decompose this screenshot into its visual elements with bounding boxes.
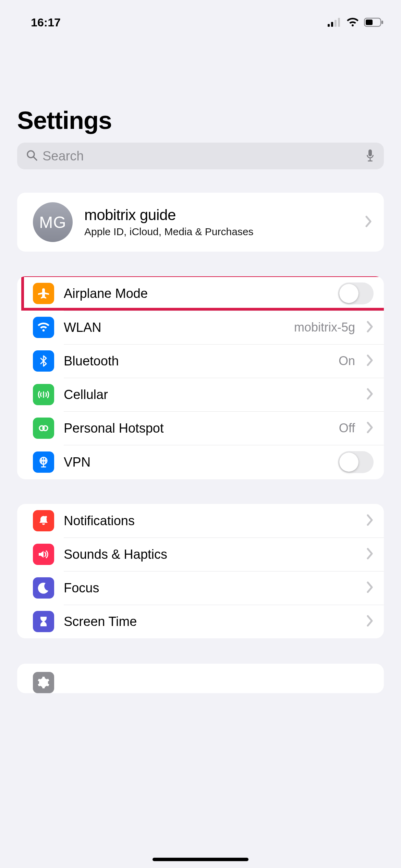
sounds-label: Sounds & Haptics <box>64 547 357 562</box>
hotspot-icon <box>33 418 54 439</box>
bluetooth-icon <box>33 350 54 372</box>
status-right <box>328 17 384 27</box>
avatar: MG <box>33 202 73 242</box>
sounds-icon <box>33 544 54 565</box>
chevron-right-icon <box>367 615 374 628</box>
notifications-row[interactable]: Notifications <box>17 504 384 538</box>
chevron-right-icon <box>367 388 374 401</box>
cellular-icon <box>33 384 54 405</box>
home-indicator[interactable] <box>153 858 248 861</box>
vpn-icon <box>33 451 54 473</box>
page-title: Settings <box>0 34 401 143</box>
general-group-partial <box>17 664 384 693</box>
focus-row[interactable]: Focus <box>17 571 384 605</box>
svg-rect-0 <box>328 24 330 27</box>
bluetooth-detail: On <box>339 354 355 368</box>
profile-name: mobitrix guide <box>84 206 354 224</box>
bluetooth-row[interactable]: Bluetooth On <box>17 344 384 378</box>
svg-rect-1 <box>331 22 333 27</box>
wlan-detail: mobitrix-5g <box>294 320 355 335</box>
chevron-right-icon <box>367 321 374 334</box>
status-time: 16:17 <box>31 16 61 29</box>
svg-rect-5 <box>366 20 373 25</box>
svg-rect-2 <box>335 20 337 27</box>
profile-subtitle: Apple ID, iCloud, Media & Purchases <box>84 225 354 238</box>
wlan-label: WLAN <box>64 320 284 335</box>
profile-text: mobitrix guide Apple ID, iCloud, Media &… <box>84 206 354 238</box>
hotspot-label: Personal Hotspot <box>64 421 329 436</box>
focus-icon <box>33 577 54 599</box>
search-field[interactable] <box>17 143 384 169</box>
cellular-label: Cellular <box>64 387 357 402</box>
wifi-settings-icon <box>33 317 54 338</box>
sounds-row[interactable]: Sounds & Haptics <box>17 538 384 571</box>
status-bar: 16:17 <box>0 0 401 34</box>
svg-rect-11 <box>368 160 373 161</box>
airplane-icon <box>33 283 54 304</box>
screen-time-row[interactable]: Screen Time <box>17 605 384 638</box>
screen-time-label: Screen Time <box>64 614 357 629</box>
vpn-row[interactable]: VPN <box>17 445 384 479</box>
attention-group: Notifications Sounds & Haptics Focus <box>17 504 384 638</box>
apple-id-row[interactable]: MG mobitrix guide Apple ID, iCloud, Medi… <box>17 193 384 252</box>
profile-group: MG mobitrix guide Apple ID, iCloud, Medi… <box>17 193 384 252</box>
chevron-right-icon <box>367 422 374 435</box>
battery-icon <box>364 17 384 27</box>
search-input[interactable] <box>42 149 361 164</box>
bluetooth-label: Bluetooth <box>64 354 329 369</box>
chevron-right-icon <box>367 514 374 527</box>
gear-icon <box>33 672 54 693</box>
connectivity-group: Airplane Mode WLAN mobitrix-5g Bluetooth… <box>17 276 384 479</box>
avatar-initials: MG <box>39 213 66 232</box>
notifications-label: Notifications <box>64 514 357 528</box>
screen-time-icon <box>33 611 54 632</box>
airplane-mode-toggle[interactable] <box>338 282 374 304</box>
chevron-right-icon <box>365 216 372 229</box>
svg-rect-10 <box>370 158 371 161</box>
notifications-icon <box>33 510 54 531</box>
cellular-row[interactable]: Cellular <box>17 378 384 411</box>
chevron-right-icon <box>367 354 374 367</box>
svg-rect-6 <box>381 21 383 24</box>
svg-point-13 <box>43 426 48 431</box>
cellular-signal-icon <box>328 18 341 27</box>
airplane-mode-label: Airplane Mode <box>64 286 328 301</box>
vpn-label: VPN <box>64 455 328 470</box>
svg-point-15 <box>45 516 47 518</box>
svg-rect-3 <box>338 18 340 27</box>
focus-label: Focus <box>64 581 357 595</box>
hotspot-detail: Off <box>339 421 355 435</box>
wifi-icon <box>346 17 359 27</box>
svg-line-8 <box>34 157 37 160</box>
hotspot-row[interactable]: Personal Hotspot Off <box>17 411 384 445</box>
chevron-right-icon <box>367 581 374 594</box>
general-row[interactable] <box>17 664 384 693</box>
vpn-toggle[interactable] <box>338 451 374 473</box>
microphone-icon[interactable] <box>365 149 375 163</box>
wlan-row[interactable]: WLAN mobitrix-5g <box>17 311 384 344</box>
chevron-right-icon <box>367 548 374 561</box>
search-icon <box>26 149 38 162</box>
airplane-mode-row[interactable]: Airplane Mode <box>17 276 384 311</box>
svg-rect-9 <box>368 149 372 156</box>
